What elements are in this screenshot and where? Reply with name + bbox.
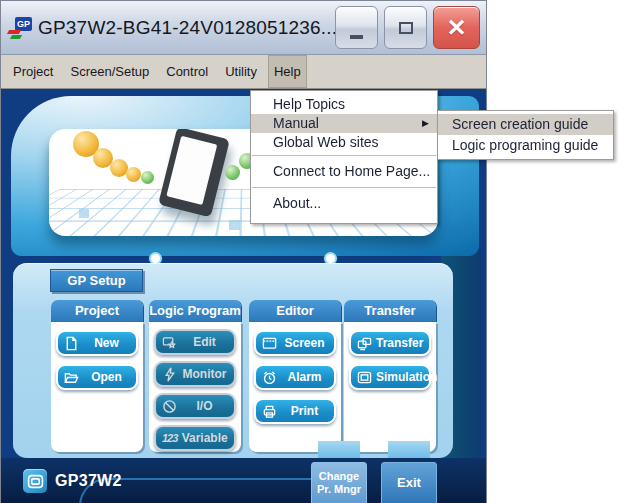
button-label: I/O [181, 399, 230, 413]
button-label: Monitor [181, 367, 230, 381]
menu-separator [252, 155, 436, 156]
column-project: Project New Open [51, 300, 143, 452]
column-header-logic-program: Logic Program [149, 300, 241, 322]
app-window: GP GP37W2-BG41-24V0128051236... ✕ Projec… [0, 0, 487, 503]
help-dropdown-menu: Help Topics Manual ▶ Global Web sites Co… [250, 90, 438, 224]
button-label: New [83, 336, 132, 350]
button-label: Simulation [376, 370, 439, 384]
window-controls: ✕ [335, 6, 480, 49]
menu-utility[interactable]: Utility [219, 55, 263, 88]
footer-bar: GP37W2 Change Pr. Mngr Exit [1, 458, 486, 503]
logo-green-bar [10, 35, 22, 39]
column-logic-program: Logic Program Edit Monitor [149, 300, 241, 452]
io-button[interactable]: I/O [154, 393, 236, 419]
maximize-button[interactable] [384, 6, 427, 49]
logic-edit-icon [162, 335, 177, 350]
open-folder-icon [64, 370, 79, 385]
transfer-button[interactable]: Transfer [349, 330, 431, 356]
column-transfer: Transfer Transfer Simulation [344, 300, 436, 452]
screenshot-canvas: GP GP37W2-BG41-24V0128051236... ✕ Projec… [0, 0, 641, 503]
button-label: Edit [181, 335, 230, 349]
column-card-project: New Open [51, 322, 143, 452]
minimize-button[interactable] [335, 6, 378, 49]
menu-item-manual[interactable]: Manual ▶ [251, 114, 437, 133]
app-logo-icon: GP [8, 16, 32, 40]
column-header-editor: Editor [249, 300, 341, 322]
menu-item-connect-home-page[interactable]: Connect to Home Page... [251, 159, 437, 184]
submenu-item-logic-programing-guide[interactable]: Logic programing guide [438, 135, 613, 156]
simulation-button[interactable]: Simulation [349, 364, 431, 390]
column-card-logic-program: Edit Monitor I/O [149, 322, 241, 452]
menu-separator [252, 187, 436, 188]
menu-bar: Project Screen/Setup Control Utility Hel… [1, 55, 486, 89]
column-editor: Editor Screen Alarm [249, 300, 341, 452]
exit-button[interactable]: Exit [381, 462, 437, 503]
column-header-project: Project [51, 300, 143, 322]
simulation-icon [357, 370, 372, 385]
minimize-icon [350, 35, 363, 39]
monitor-lightning-icon [162, 367, 177, 382]
app-logo-text: GP [15, 17, 32, 31]
alarm-clock-icon [262, 370, 277, 385]
gp-device-icon [23, 469, 47, 493]
grid-square-decor [229, 220, 240, 230]
screen-window-icon [262, 336, 277, 351]
change-button-line2: Pr. Mngr [312, 483, 366, 496]
print-button[interactable]: Print [254, 398, 336, 424]
button-label: Variable [181, 431, 230, 445]
button-label: Open [83, 370, 132, 384]
orange-coin-decor [126, 167, 141, 182]
menu-item-about[interactable]: About... [251, 191, 437, 216]
green-coin-decor [225, 165, 240, 180]
column-card-transfer: Transfer Simulation [344, 322, 436, 452]
green-coin-decor [141, 171, 154, 184]
io-slash-icon [162, 399, 177, 414]
menu-screen-setup[interactable]: Screen/Setup [64, 55, 155, 88]
window-title: GP37W2-BG41-24V0128051236... [38, 17, 337, 39]
submenu-item-screen-creation-guide[interactable]: Screen creation guide [438, 114, 613, 135]
grid-square-decor [79, 209, 89, 218]
menu-control[interactable]: Control [160, 55, 214, 88]
maximize-icon [399, 22, 413, 34]
device-model-label: GP37W2 [55, 472, 122, 490]
open-button[interactable]: Open [56, 364, 138, 390]
button-label: Alarm [281, 370, 330, 384]
transfer-icon [357, 336, 372, 351]
logo-red-bar [7, 30, 21, 34]
button-label: Screen [281, 336, 330, 350]
manual-submenu: Screen creation guide Logic programing g… [437, 110, 614, 160]
menu-project[interactable]: Project [7, 55, 59, 88]
variable-123-icon: 123 [162, 432, 177, 444]
menu-item-manual-label: Manual [273, 114, 319, 133]
edit-button[interactable]: Edit [154, 329, 236, 355]
close-icon: ✕ [446, 16, 466, 40]
column-header-transfer: Transfer [344, 300, 436, 322]
new-document-icon [64, 336, 79, 351]
print-icon [262, 404, 277, 419]
device-screen-decor [166, 136, 217, 205]
change-project-manager-button[interactable]: Change Pr. Mngr [311, 462, 367, 503]
monitor-button[interactable]: Monitor [154, 361, 236, 387]
alarm-button[interactable]: Alarm [254, 364, 336, 390]
change-button-line1: Change [312, 470, 366, 483]
new-button[interactable]: New [56, 330, 138, 356]
title-bar[interactable]: GP GP37W2-BG41-24V0128051236... ✕ [1, 1, 486, 55]
button-label: Transfer [376, 336, 425, 350]
column-card-editor: Screen Alarm Print [249, 322, 341, 452]
variable-button[interactable]: 123 Variable [154, 425, 236, 451]
button-label: Print [281, 404, 330, 418]
menu-item-help-topics[interactable]: Help Topics [251, 95, 437, 114]
submenu-arrow-icon: ▶ [422, 114, 437, 133]
screen-button[interactable]: Screen [254, 330, 336, 356]
menu-item-global-web-sites[interactable]: Global Web sites [251, 133, 437, 152]
gp-setup-button[interactable]: GP Setup [50, 269, 143, 292]
close-button[interactable]: ✕ [433, 6, 480, 49]
launcher-panel: GP Setup Project New [13, 263, 453, 458]
menu-help[interactable]: Help [268, 55, 307, 88]
